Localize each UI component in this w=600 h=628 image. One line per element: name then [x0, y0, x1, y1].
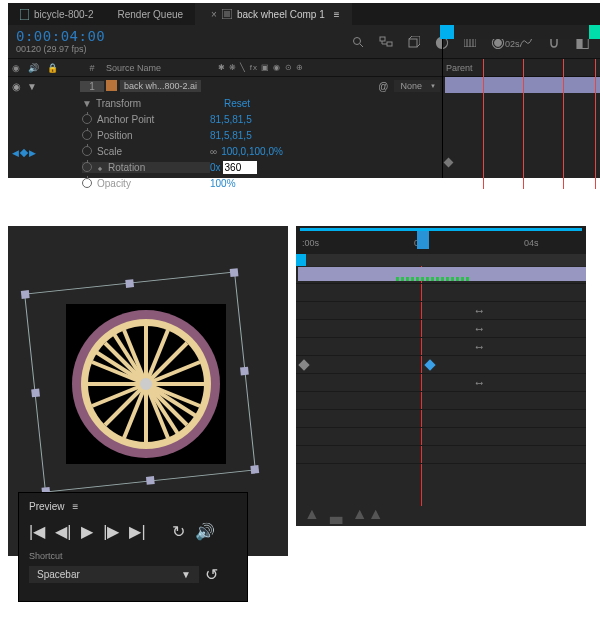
document-icon: [20, 9, 29, 20]
panel-menu-icon[interactable]: ≡: [73, 501, 79, 512]
keyframe[interactable]: [444, 158, 454, 168]
wheel-layer[interactable]: [66, 304, 226, 464]
work-area-bar[interactable]: [300, 228, 582, 231]
tab-label: Render Queue: [117, 9, 183, 20]
zoom-slider[interactable]: ▃: [330, 505, 342, 524]
transform-handle[interactable]: [146, 476, 155, 485]
opacity-value[interactable]: 100%: [210, 178, 236, 189]
composition-flowchart-icon[interactable]: [378, 34, 394, 50]
next-keyframe-icon[interactable]: ▶: [29, 148, 36, 158]
collapse-arrow-icon[interactable]: ▼: [82, 98, 92, 109]
timeline-zoom-controls: ▲ ▃ ▲▲: [304, 505, 384, 524]
position-value[interactable]: 81,5,81,5: [210, 130, 252, 141]
tab-render-queue[interactable]: Render Queue: [105, 3, 195, 25]
source-name-header[interactable]: Source Name: [104, 63, 208, 73]
shortcut-label: Shortcut: [29, 551, 237, 561]
visibility-column-icon[interactable]: ◉: [12, 63, 20, 73]
constrain-proportions-icon[interactable]: ∞: [210, 146, 217, 157]
audio-column-icon[interactable]: 🔊: [28, 63, 39, 73]
pickwhip-icon[interactable]: @: [378, 81, 388, 92]
current-time-indicator[interactable]: [440, 25, 454, 39]
work-area-end[interactable]: [589, 25, 600, 39]
svg-rect-6: [387, 42, 392, 46]
ai-file-icon: [106, 80, 117, 93]
svg-point-36: [140, 378, 152, 390]
add-keyframe-button[interactable]: [20, 149, 28, 157]
first-frame-button[interactable]: |◀: [29, 522, 45, 541]
ruler-tick: 04s: [524, 238, 539, 248]
current-time-indicator[interactable]: [417, 231, 429, 249]
cached-frames-indicator: [396, 267, 471, 271]
add-keyframe-icon[interactable]: ⬥: [97, 162, 103, 173]
prev-keyframe-icon[interactable]: ◀: [12, 148, 19, 158]
index-column-icon[interactable]: #: [80, 63, 104, 73]
search-icon[interactable]: [350, 34, 366, 50]
zoom-in-icon[interactable]: ▲▲: [352, 505, 384, 524]
ibeam-icon[interactable]: ⟷: [476, 323, 482, 334]
work-area-start[interactable]: [296, 254, 306, 266]
lock-column-icon[interactable]: 🔒: [47, 63, 58, 73]
next-frame-button[interactable]: |▶: [103, 522, 119, 541]
tab-back-wheel-comp[interactable]: × back wheel Comp 1 ≡: [195, 3, 352, 25]
transform-handle[interactable]: [125, 279, 134, 288]
stopwatch-icon[interactable]: [82, 162, 92, 172]
stopwatch-icon[interactable]: [82, 130, 92, 140]
last-frame-button[interactable]: ▶|: [129, 522, 145, 541]
composition-icon: [222, 9, 232, 19]
keyframe[interactable]: [424, 359, 435, 370]
time-ruler[interactable]: 02s: [442, 25, 600, 59]
timeline-tracks: [442, 59, 600, 178]
play-button[interactable]: ▶: [81, 522, 93, 541]
switches-header: ✱ ❋ ╲ fx ▣ ◉ ⊙ ⊕: [208, 63, 440, 72]
time-ruler[interactable]: :00s 02s 04s: [296, 226, 586, 254]
transform-handle[interactable]: [230, 268, 239, 277]
stopwatch-icon[interactable]: [82, 178, 92, 188]
keyframe-navigator: ◀ ▶: [12, 148, 36, 158]
frame-rate-label: 00120 (29.97 fps): [16, 44, 105, 54]
stopwatch-icon[interactable]: [82, 114, 92, 124]
layer-name[interactable]: back wh...800-2.ai: [120, 80, 201, 92]
rotation-revolutions[interactable]: 0x: [210, 162, 221, 173]
transform-handle[interactable]: [21, 290, 30, 299]
reset-button[interactable]: Reset: [224, 98, 250, 109]
marker[interactable]: [483, 59, 484, 189]
current-timecode[interactable]: 0:00:04:00: [16, 28, 105, 44]
marker[interactable]: [563, 59, 564, 189]
chevron-down-icon: ▼: [181, 569, 191, 580]
marker[interactable]: [595, 59, 596, 189]
ibeam-icon[interactable]: ⟷: [476, 305, 482, 316]
ibeam-icon[interactable]: ⟷: [476, 341, 482, 352]
loop-button[interactable]: ↻: [172, 522, 185, 541]
rotation-degrees-input[interactable]: [223, 161, 257, 174]
svg-rect-5: [380, 37, 385, 41]
close-icon[interactable]: ×: [211, 9, 217, 20]
transform-handle[interactable]: [250, 465, 259, 474]
keyframe[interactable]: [298, 359, 309, 370]
visibility-toggle-icon[interactable]: ◉: [12, 81, 21, 92]
anchor-point-value[interactable]: 81,5,81,5: [210, 114, 252, 125]
work-area[interactable]: [296, 254, 586, 266]
timeline-panel-2: :00s 02s 04s ⟷ ⟷ ⟷ ⟷ ▲ ▃ ▲▲: [296, 226, 586, 526]
prev-frame-button[interactable]: ◀|: [55, 522, 71, 541]
marker[interactable]: [523, 59, 524, 189]
ibeam-icon[interactable]: ⟷: [476, 377, 482, 388]
draft-3d-icon[interactable]: [406, 34, 422, 50]
playback-controls: |◀ ◀| ▶ |▶ ▶| ↻ 🔊: [29, 522, 237, 541]
svg-rect-7: [409, 39, 417, 47]
scale-value[interactable]: 100,0,100,0%: [221, 146, 283, 157]
zoom-out-icon[interactable]: ▲: [304, 505, 320, 524]
stopwatch-icon[interactable]: [82, 146, 92, 156]
transform-handle[interactable]: [240, 367, 249, 376]
svg-point-3: [354, 37, 361, 44]
tab-bicycle[interactable]: bicycle-800-2: [8, 3, 105, 25]
shortcut-dropdown[interactable]: Spacebar ▼: [29, 566, 199, 583]
mute-button[interactable]: 🔊: [195, 522, 215, 541]
prop-label: Scale: [97, 146, 122, 157]
parent-dropdown[interactable]: None: [394, 80, 440, 92]
panel-menu-icon[interactable]: ≡: [334, 9, 340, 20]
transform-label: Transform: [96, 98, 224, 109]
transform-handle[interactable]: [31, 389, 40, 398]
preview-title: Preview: [29, 501, 65, 512]
reset-shortcut-icon[interactable]: ↺: [205, 565, 218, 584]
expand-arrow-icon[interactable]: ▼: [27, 81, 37, 92]
